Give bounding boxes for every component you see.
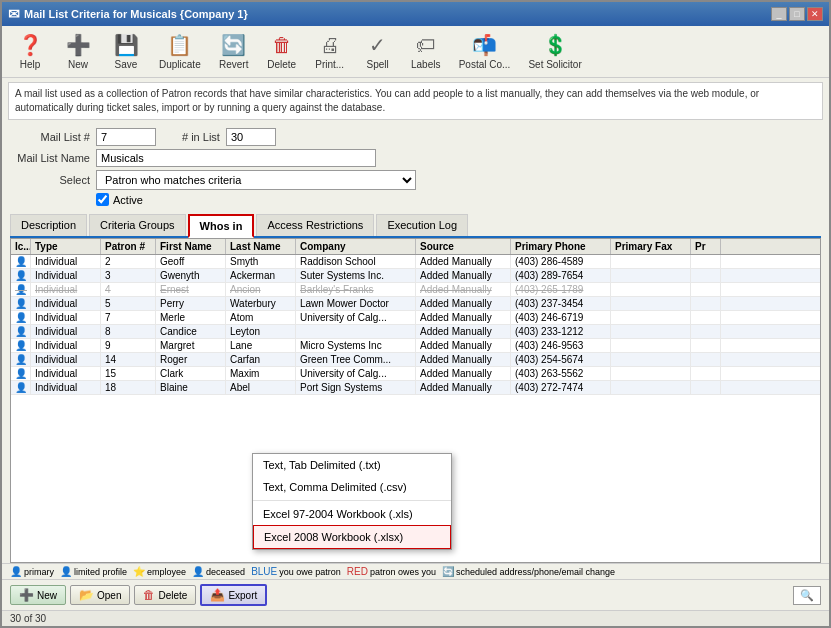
cell-pr (691, 297, 721, 310)
legend: 👤 primary 👤 limited profile ⭐ employee 👤… (2, 563, 829, 579)
close-button[interactable]: ✕ (807, 7, 823, 21)
minimize-button[interactable]: _ (771, 7, 787, 21)
bottom-open-button[interactable]: 📂 Open (70, 585, 130, 605)
col-last: Last Name (226, 239, 296, 254)
cell-fax (611, 255, 691, 268)
cell-source: Added Manually (416, 297, 511, 310)
table-row[interactable]: 👤 Individual 7 Merle Atom University of … (11, 311, 820, 325)
tab-execution-log[interactable]: Execution Log (376, 214, 468, 236)
cell-pr (691, 255, 721, 268)
bottom-new-button[interactable]: ➕ New (10, 585, 66, 605)
cell-pr (691, 381, 721, 394)
table-row[interactable]: 👤 Individual 9 Margret Lane Micro System… (11, 339, 820, 353)
bottom-delete-label: Delete (158, 590, 187, 601)
legend-blue-text: you owe patron (279, 567, 341, 577)
select-dropdown[interactable]: Patron who matches criteria (96, 170, 416, 190)
cell-patron: 14 (101, 353, 156, 366)
col-icon: Ic... (11, 239, 31, 254)
search-button[interactable]: 🔍 (793, 586, 821, 605)
select-label: Select (10, 174, 90, 186)
tab-description[interactable]: Description (10, 214, 87, 236)
cell-company (296, 325, 416, 338)
status-bar: 30 of 30 (2, 610, 829, 626)
delete-button[interactable]: 🗑 Delete (260, 31, 304, 73)
mail-list-num-input[interactable] (96, 128, 156, 146)
spell-button[interactable]: ✓ Spell (356, 30, 400, 73)
select-row: Select Patron who matches criteria (10, 170, 821, 190)
postal-icon: 📬 (472, 33, 497, 57)
cell-phone: (403) 246-9563 (511, 339, 611, 352)
cell-fax (611, 367, 691, 380)
print-label: Print... (315, 59, 344, 70)
cell-fax (611, 297, 691, 310)
tab-criteria-groups[interactable]: Criteria Groups (89, 214, 186, 236)
mail-list-name-input[interactable] (96, 149, 376, 167)
cell-company: University of Calg... (296, 367, 416, 380)
table-header: Ic... Type Patron # First Name Last Name… (11, 239, 820, 255)
cell-first: Gwenyth (156, 269, 226, 282)
new-button[interactable]: ➕ New (56, 30, 100, 73)
cell-fax (611, 353, 691, 366)
dropdown-txt-tab[interactable]: Text, Tab Delimited (.txt) (253, 454, 451, 476)
active-checkbox[interactable] (96, 193, 109, 206)
table-row[interactable]: 👤 Individual 5 Perry Waterbury Lawn Mowe… (11, 297, 820, 311)
dropdown-xlsx[interactable]: Excel 2008 Workbook (.xlsx) (253, 525, 451, 549)
table-row[interactable]: 👤 Individual 4 Ernest Ancion Barkley's F… (11, 283, 820, 297)
cell-company: Suter Systems Inc. (296, 269, 416, 282)
cell-patron: 2 (101, 255, 156, 268)
cell-company: Barkley's Franks (296, 283, 416, 296)
cell-type: Individual (31, 353, 101, 366)
cell-last: Lane (226, 339, 296, 352)
cell-pr (691, 353, 721, 366)
tab-whos-in[interactable]: Whos in (188, 214, 255, 238)
labels-button[interactable]: 🏷 Labels (404, 31, 448, 73)
cell-first: Candice (156, 325, 226, 338)
cell-first: Clark (156, 367, 226, 380)
bottom-export-button[interactable]: 📤 Export (200, 584, 267, 606)
red-label: RED (347, 566, 368, 577)
revert-button[interactable]: 🔄 Revert (212, 30, 256, 73)
col-type: Type (31, 239, 101, 254)
active-label: Active (113, 194, 143, 206)
table-row[interactable]: 👤 Individual 14 Roger Carfan Green Tree … (11, 353, 820, 367)
cell-pr (691, 311, 721, 324)
col-company: Company (296, 239, 416, 254)
labels-icon: 🏷 (416, 34, 436, 57)
cell-phone: (403) 289-7654 (511, 269, 611, 282)
dropdown-txt-comma[interactable]: Text, Comma Delimited (.csv) (253, 476, 451, 498)
cell-type: Individual (31, 325, 101, 338)
solicitor-button[interactable]: 💲 Set Solicitor (521, 30, 588, 73)
export-dropdown: Text, Tab Delimited (.txt) Text, Comma D… (252, 453, 452, 550)
maximize-button[interactable]: □ (789, 7, 805, 21)
dropdown-xls97[interactable]: Excel 97-2004 Workbook (.xls) (253, 503, 451, 525)
row-icon: 👤 (15, 326, 27, 337)
cell-patron: 3 (101, 269, 156, 282)
save-button[interactable]: 💾 Save (104, 30, 148, 73)
solicitor-label: Set Solicitor (528, 59, 581, 70)
print-button[interactable]: 🖨 Print... (308, 31, 352, 73)
save-label: Save (115, 59, 138, 70)
duplicate-button[interactable]: 📋 Duplicate (152, 30, 208, 73)
table-row[interactable]: 👤 Individual 2 Geoff Smyth Raddison Scho… (11, 255, 820, 269)
table-row[interactable]: 👤 Individual 15 Clark Maxim University o… (11, 367, 820, 381)
row-icon: 👤 (15, 270, 27, 281)
postal-button[interactable]: 📬 Postal Co... (452, 30, 518, 73)
table-row[interactable]: 👤 Individual 8 Candice Leyton Added Manu… (11, 325, 820, 339)
cell-phone: (403) 254-5674 (511, 353, 611, 366)
delete-label: Delete (267, 59, 296, 70)
status-text: 30 of 30 (10, 613, 46, 624)
table-row[interactable]: 👤 Individual 3 Gwenyth Ackerman Suter Sy… (11, 269, 820, 283)
cell-company: Port Sign Systems (296, 381, 416, 394)
tab-access-restrictions[interactable]: Access Restrictions (256, 214, 374, 236)
legend-deceased-text: deceased (206, 567, 245, 577)
count-input[interactable] (226, 128, 276, 146)
cell-company: Green Tree Comm... (296, 353, 416, 366)
cell-phone: (403) 272-7474 (511, 381, 611, 394)
row-icon: 👤 (15, 312, 27, 323)
cell-pr (691, 367, 721, 380)
help-button[interactable]: ❓ Help (8, 30, 52, 73)
cell-last: Abel (226, 381, 296, 394)
table-row[interactable]: 👤 Individual 18 Blaine Abel Port Sign Sy… (11, 381, 820, 395)
revert-label: Revert (219, 59, 248, 70)
bottom-delete-button[interactable]: 🗑 Delete (134, 585, 196, 605)
